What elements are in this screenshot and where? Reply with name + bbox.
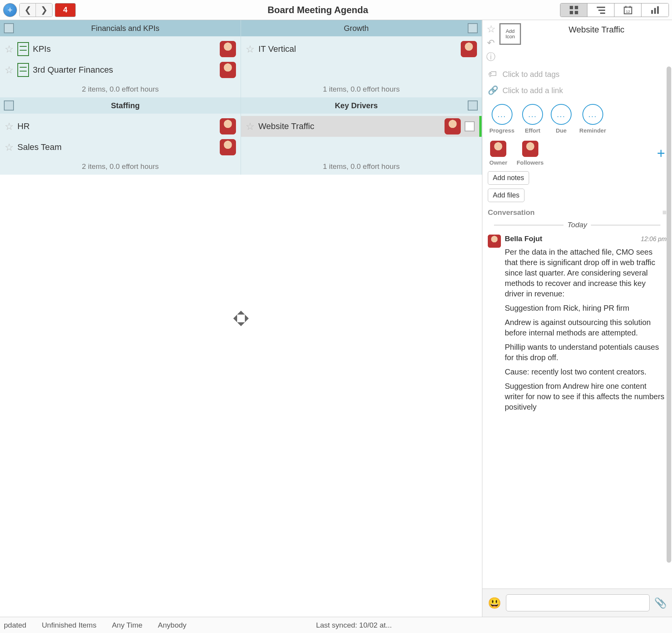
add-person-button[interactable]: + <box>657 145 665 162</box>
card-title: Website Traffic <box>258 121 441 131</box>
follower-avatar[interactable] <box>522 141 538 157</box>
document-icon <box>17 63 29 77</box>
quadrant-header: Growth <box>241 20 482 36</box>
card[interactable]: ☆3rd Quarter Finances <box>3 60 238 80</box>
quadrant-footer: 2 items, 0.0 effort hours <box>0 160 241 175</box>
message-paragraph: Andrew is against outsourcing this solut… <box>505 317 667 338</box>
undo-icon[interactable]: ↶ <box>487 37 495 48</box>
add-icon-button[interactable]: Add Icon <box>499 23 521 45</box>
svg-rect-11 <box>651 10 653 14</box>
today-divider: Today <box>567 221 587 229</box>
star-icon[interactable]: ☆ <box>246 43 255 55</box>
progress-circle[interactable]: ... <box>492 104 512 125</box>
quadrant-checkbox[interactable] <box>468 23 478 33</box>
svg-rect-12 <box>654 8 656 14</box>
quadrant: Staffing☆HR☆Sales Team2 items, 0.0 effor… <box>0 97 241 175</box>
quadrant-nav-icon <box>229 307 253 330</box>
filter-unfinished[interactable]: Unfinished Items <box>42 621 97 630</box>
card[interactable]: ☆KPIs <box>3 39 238 60</box>
card-title: 3rd Quarter Finances <box>33 65 216 75</box>
notification-badge[interactable]: 4 <box>55 3 76 17</box>
svg-rect-4 <box>597 7 605 8</box>
attach-button[interactable]: 📎 <box>654 597 667 609</box>
view-chart-button[interactable] <box>641 3 669 17</box>
star-icon[interactable]: ☆ <box>5 141 14 153</box>
quadrant-footer: 1 items, 0.0 effort hours <box>241 160 482 175</box>
svg-rect-2 <box>570 11 573 14</box>
due-label: Due <box>556 127 567 134</box>
due-circle[interactable]: ... <box>551 104 572 125</box>
card[interactable]: ☆Website Traffic <box>241 116 482 137</box>
assignee-avatar[interactable] <box>220 139 236 155</box>
assignee-avatar[interactable] <box>220 62 236 78</box>
message-author: Bella Fojut <box>505 235 542 243</box>
card-title: Sales Team <box>17 142 216 152</box>
quadrant-checkbox[interactable] <box>4 23 14 33</box>
star-icon[interactable]: ☆ <box>5 121 14 133</box>
link-icon: 🔗 <box>488 85 497 95</box>
assignee-avatar[interactable] <box>461 41 477 57</box>
quadrant-checkbox[interactable] <box>4 100 14 111</box>
assignee-avatar[interactable] <box>445 118 461 134</box>
card-checkbox[interactable] <box>465 121 475 131</box>
svg-rect-6 <box>600 12 605 14</box>
owner-avatar[interactable] <box>490 141 506 157</box>
message-paragraph: Suggestion from Andrew hire one content … <box>505 381 667 412</box>
message-paragraph: Phillip wants to understand potentials c… <box>505 342 667 363</box>
add-button[interactable]: + <box>3 3 17 17</box>
filter-updated[interactable]: pdated <box>4 621 26 630</box>
nav-forward-button[interactable]: ❯ <box>36 3 52 17</box>
assignee-avatar[interactable] <box>220 41 236 57</box>
message-avatar <box>488 235 501 248</box>
add-files-button[interactable]: Add files <box>488 189 524 202</box>
tag-icon: 🏷 <box>488 69 497 79</box>
svg-rect-10 <box>630 6 630 8</box>
filter-anybody[interactable]: Anybody <box>158 621 187 630</box>
tags-placeholder: Click to add tags <box>502 70 560 79</box>
message-paragraph: Suggestion from Rick, hiring PR firm <box>505 303 667 313</box>
nav-back-button[interactable]: ❮ <box>20 3 36 17</box>
card-title: HR <box>17 121 216 131</box>
svg-rect-0 <box>570 6 573 9</box>
conversation-menu-icon[interactable]: ≡ <box>662 208 667 217</box>
effort-circle[interactable]: ... <box>522 104 543 125</box>
card[interactable]: ☆IT Vertical <box>244 39 479 60</box>
bottombar: pdated Unfinished Items Any Time Anybody… <box>0 617 672 633</box>
card-title: KPIs <box>33 44 216 54</box>
filter-anytime[interactable]: Any Time <box>112 621 143 630</box>
add-notes-button[interactable]: Add notes <box>488 171 529 185</box>
star-icon[interactable]: ☆ <box>5 64 14 76</box>
add-link-row[interactable]: 🔗 Click to add a link <box>482 82 672 99</box>
scrollbar[interactable] <box>667 66 671 563</box>
svg-rect-1 <box>575 6 578 9</box>
card-title: IT Vertical <box>258 44 457 54</box>
view-calendar-button[interactable]: 12 <box>614 3 641 17</box>
card[interactable]: ☆HR <box>3 116 238 137</box>
quadrant-body: ☆HR☆Sales Team <box>0 114 241 160</box>
owner-label: Owner <box>489 159 507 166</box>
star-icon[interactable]: ☆ <box>487 23 496 35</box>
progress-label: Progress <box>489 127 514 134</box>
reminder-circle[interactable]: ... <box>582 104 603 125</box>
assignee-avatar[interactable] <box>220 118 236 134</box>
link-placeholder: Click to add a link <box>502 86 563 95</box>
message-paragraph: Cause: recently lost two content creator… <box>505 367 667 377</box>
page-title: Board Meeting Agenda <box>78 5 558 15</box>
quadrant-footer: 1 items, 0.0 effort hours <box>241 83 482 97</box>
quadrant-checkbox[interactable] <box>468 100 478 111</box>
star-icon[interactable]: ☆ <box>5 43 14 55</box>
followers-label: Followers <box>517 159 544 166</box>
quadrant-body: ☆Website Traffic <box>241 114 482 160</box>
topbar: + ❮ ❯ 4 Board Meeting Agenda 12 <box>0 0 672 20</box>
view-list-button[interactable] <box>587 3 614 17</box>
star-icon[interactable]: ☆ <box>246 121 255 133</box>
message-time: 12:06 pm <box>641 236 667 243</box>
add-tags-row[interactable]: 🏷 Click to add tags <box>482 66 672 82</box>
info-icon[interactable]: ⓘ <box>486 51 496 63</box>
card[interactable]: ☆Sales Team <box>3 137 238 158</box>
view-toggle: 12 <box>560 3 669 17</box>
view-grid-button[interactable] <box>560 3 587 17</box>
compose-input[interactable] <box>506 594 650 611</box>
document-icon <box>17 42 29 56</box>
emoji-button[interactable]: 😃 <box>488 597 501 609</box>
